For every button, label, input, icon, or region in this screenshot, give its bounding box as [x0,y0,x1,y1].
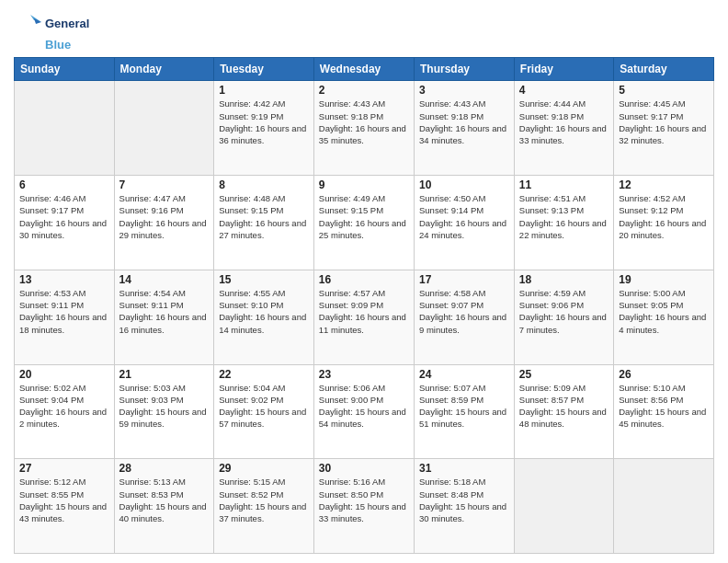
day-info: Sunrise: 5:03 AM Sunset: 9:03 PM Dayligh… [119,382,210,431]
calendar-cell [514,459,613,554]
day-info: Sunrise: 5:10 AM Sunset: 8:56 PM Dayligh… [619,382,709,431]
calendar-cell: 2Sunrise: 4:43 AM Sunset: 9:18 PM Daylig… [313,81,414,176]
day-info: Sunrise: 4:44 AM Sunset: 9:18 PM Dayligh… [519,98,609,146]
calendar-cell: 18Sunrise: 4:59 AM Sunset: 9:06 PM Dayli… [514,270,613,364]
calendar-header-sunday: Sunday [15,58,115,81]
day-info: Sunrise: 4:57 AM Sunset: 9:09 PM Dayligh… [319,287,409,336]
day-number: 30 [319,462,409,475]
calendar-cell: 11Sunrise: 4:51 AM Sunset: 9:13 PM Dayli… [514,176,613,270]
calendar-header-wednesday: Wednesday [313,58,414,81]
day-info: Sunrise: 4:53 AM Sunset: 9:11 PM Dayligh… [19,287,109,336]
calendar-cell: 1Sunrise: 4:42 AM Sunset: 9:19 PM Daylig… [214,81,314,176]
day-info: Sunrise: 5:09 AM Sunset: 8:57 PM Dayligh… [519,382,609,431]
logo-blue: Blue [45,39,89,52]
day-number: 19 [619,273,709,286]
calendar-cell [614,459,714,554]
calendar-cell: 31Sunrise: 5:18 AM Sunset: 8:48 PM Dayli… [415,459,515,554]
day-number: 1 [219,84,309,97]
day-info: Sunrise: 4:58 AM Sunset: 9:07 PM Dayligh… [419,287,509,336]
day-number: 26 [619,368,709,381]
calendar-cell: 28Sunrise: 5:13 AM Sunset: 8:53 PM Dayli… [114,459,214,554]
day-info: Sunrise: 4:51 AM Sunset: 9:13 PM Dayligh… [519,192,609,241]
day-number: 9 [319,178,409,191]
calendar-cell: 6Sunrise: 4:46 AM Sunset: 9:17 PM Daylig… [15,176,115,270]
day-number: 20 [19,368,109,381]
calendar-header-monday: Monday [114,58,214,81]
day-number: 17 [419,273,509,286]
calendar-cell: 24Sunrise: 5:07 AM Sunset: 8:59 PM Dayli… [415,364,515,459]
calendar-cell: 22Sunrise: 5:04 AM Sunset: 9:02 PM Dayli… [214,364,314,459]
day-number: 10 [419,178,509,191]
page: General Blue SundayMondayTuesdayWednesda… [0,0,728,563]
calendar-cell: 4Sunrise: 4:44 AM Sunset: 9:18 PM Daylig… [514,81,613,176]
day-info: Sunrise: 4:50 AM Sunset: 9:14 PM Dayligh… [419,192,509,241]
day-info: Sunrise: 4:46 AM Sunset: 9:17 PM Dayligh… [19,192,109,241]
day-info: Sunrise: 5:02 AM Sunset: 9:04 PM Dayligh… [19,382,109,431]
calendar-cell: 15Sunrise: 4:55 AM Sunset: 9:10 PM Dayli… [214,270,314,364]
day-number: 14 [119,273,210,286]
calendar-cell: 9Sunrise: 4:49 AM Sunset: 9:15 PM Daylig… [313,176,414,270]
calendar-header-row: SundayMondayTuesdayWednesdayThursdayFrid… [15,58,714,81]
calendar-cell: 27Sunrise: 5:12 AM Sunset: 8:55 PM Dayli… [15,459,115,554]
calendar-header-friday: Friday [514,58,613,81]
day-number: 31 [419,462,509,475]
calendar-cell: 3Sunrise: 4:43 AM Sunset: 9:18 PM Daylig… [415,81,515,176]
calendar-header-tuesday: Tuesday [214,58,314,81]
calendar-cell: 23Sunrise: 5:06 AM Sunset: 9:00 PM Dayli… [313,364,414,459]
day-number: 5 [619,84,709,97]
calendar-cell: 29Sunrise: 5:15 AM Sunset: 8:52 PM Dayli… [214,459,314,554]
day-info: Sunrise: 5:16 AM Sunset: 8:50 PM Dayligh… [319,476,409,524]
day-number: 4 [519,84,609,97]
day-info: Sunrise: 4:55 AM Sunset: 9:10 PM Dayligh… [219,287,309,336]
logo-bird-icon [14,9,43,39]
calendar-cell: 21Sunrise: 5:03 AM Sunset: 9:03 PM Dayli… [114,364,214,459]
calendar-cell [15,81,115,176]
calendar-cell: 5Sunrise: 4:45 AM Sunset: 9:17 PM Daylig… [614,81,714,176]
day-number: 16 [319,273,409,286]
calendar-cell: 8Sunrise: 4:48 AM Sunset: 9:15 PM Daylig… [214,176,314,270]
calendar-cell: 19Sunrise: 5:00 AM Sunset: 9:05 PM Dayli… [614,270,714,364]
day-info: Sunrise: 4:42 AM Sunset: 9:19 PM Dayligh… [219,98,309,146]
day-number: 25 [519,368,609,381]
day-info: Sunrise: 4:45 AM Sunset: 9:17 PM Dayligh… [619,98,709,146]
day-number: 22 [219,368,309,381]
day-info: Sunrise: 4:47 AM Sunset: 9:16 PM Dayligh… [119,192,210,241]
calendar-week-3: 13Sunrise: 4:53 AM Sunset: 9:11 PM Dayli… [15,270,714,364]
calendar-cell: 13Sunrise: 4:53 AM Sunset: 9:11 PM Dayli… [15,270,115,364]
day-info: Sunrise: 5:00 AM Sunset: 9:05 PM Dayligh… [619,287,709,336]
day-info: Sunrise: 4:43 AM Sunset: 9:18 PM Dayligh… [419,98,509,146]
day-info: Sunrise: 5:13 AM Sunset: 8:53 PM Dayligh… [119,476,210,524]
day-number: 18 [519,273,609,286]
day-number: 6 [19,178,109,191]
day-number: 8 [219,178,309,191]
calendar-table: SundayMondayTuesdayWednesdayThursdayFrid… [14,57,714,554]
day-number: 2 [319,84,409,97]
logo: General Blue [14,9,89,52]
day-number: 11 [519,178,609,191]
day-number: 21 [119,368,210,381]
calendar-cell: 14Sunrise: 4:54 AM Sunset: 9:11 PM Dayli… [114,270,214,364]
calendar-cell: 17Sunrise: 4:58 AM Sunset: 9:07 PM Dayli… [415,270,515,364]
day-number: 12 [619,178,709,191]
day-info: Sunrise: 5:06 AM Sunset: 9:00 PM Dayligh… [319,382,409,431]
calendar-cell: 16Sunrise: 4:57 AM Sunset: 9:09 PM Dayli… [313,270,414,364]
calendar-cell: 10Sunrise: 4:50 AM Sunset: 9:14 PM Dayli… [415,176,515,270]
day-info: Sunrise: 5:07 AM Sunset: 8:59 PM Dayligh… [419,382,509,431]
calendar-cell: 30Sunrise: 5:16 AM Sunset: 8:50 PM Dayli… [313,459,414,554]
day-info: Sunrise: 5:12 AM Sunset: 8:55 PM Dayligh… [19,476,109,524]
calendar-header-saturday: Saturday [614,58,714,81]
logo-general: General [45,17,89,30]
calendar-cell [114,81,214,176]
calendar-cell: 12Sunrise: 4:52 AM Sunset: 9:12 PM Dayli… [614,176,714,270]
day-info: Sunrise: 4:54 AM Sunset: 9:11 PM Dayligh… [119,287,210,336]
day-number: 23 [319,368,409,381]
day-info: Sunrise: 5:04 AM Sunset: 9:02 PM Dayligh… [219,382,309,431]
calendar-cell: 20Sunrise: 5:02 AM Sunset: 9:04 PM Dayli… [15,364,115,459]
day-number: 13 [19,273,109,286]
day-number: 15 [219,273,309,286]
day-number: 3 [419,84,509,97]
calendar-cell: 7Sunrise: 4:47 AM Sunset: 9:16 PM Daylig… [114,176,214,270]
calendar-week-4: 20Sunrise: 5:02 AM Sunset: 9:04 PM Dayli… [15,364,714,459]
day-info: Sunrise: 4:43 AM Sunset: 9:18 PM Dayligh… [319,98,409,146]
calendar-cell: 26Sunrise: 5:10 AM Sunset: 8:56 PM Dayli… [614,364,714,459]
